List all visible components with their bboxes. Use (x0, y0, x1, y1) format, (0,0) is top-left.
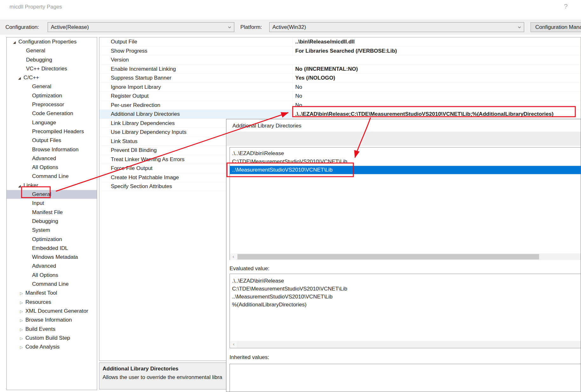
grid-row-additional-library-directories[interactable]: Additional Library Directories.\..\EZAD\… (99, 110, 581, 119)
tree-item-label: Preprocessor (32, 101, 64, 108)
directory-list-item[interactable]: .\..\EZAD\bin\Release (230, 149, 581, 158)
inherited-values-box[interactable] (230, 364, 581, 392)
tree-item-input[interactable]: Input (7, 199, 97, 208)
directory-list-item[interactable]: ..\MeasurementStudioVS2010\VCNET\Lib (230, 166, 581, 174)
collapsed-triangle-icon[interactable]: ▷ (20, 316, 25, 325)
tree-item-manifest-tool[interactable]: ▷Manifest Tool (7, 289, 97, 297)
tree-item-command-line[interactable]: Command Line (7, 172, 97, 181)
property-value[interactable]: For Libraries Searched (/VERBOSE:Lib) (292, 47, 581, 55)
tree-item-xml-document-generator[interactable]: ▷XML Document Generator (7, 307, 97, 316)
tree-item-resources[interactable]: ▷Resources (7, 298, 97, 307)
tree-item-manifest-file[interactable]: Manifest File (7, 208, 97, 217)
tree-item-general[interactable]: General (7, 82, 97, 91)
tree-item-optimization[interactable]: Optimization (7, 235, 97, 244)
scroll-left-icon[interactable]: ‹ (230, 253, 237, 260)
scroll-left-icon[interactable]: ‹ (230, 341, 237, 348)
tree-item-c-c[interactable]: ◢C/C++ (7, 73, 97, 82)
tree-item-label: C/C++ (23, 75, 39, 81)
directory-list-item[interactable]: C:\TDE\MeasurementStudioVS2010\VCNET\Lib (230, 158, 581, 166)
collapsed-triangle-icon[interactable]: ▷ (20, 343, 25, 352)
tree-item-advanced[interactable]: Advanced (7, 154, 97, 163)
configuration-value: Active(Release) (51, 23, 89, 32)
tree-item-label: Code Generation (32, 110, 73, 116)
property-value[interactable]: Yes (/NOLOGO) (292, 74, 581, 82)
collapsed-triangle-icon[interactable]: ▷ (20, 307, 25, 316)
configuration-dropdown[interactable]: Active(Release) (48, 22, 234, 32)
collapsed-triangle-icon[interactable]: ▷ (20, 334, 25, 343)
property-value[interactable]: No (/INCREMENTAL:NO) (292, 65, 581, 73)
grid-row-register-output[interactable]: Register OutputNo (99, 92, 581, 101)
tree-item-configuration-properties[interactable]: ◢Configuration Properties (7, 37, 97, 46)
configuration-manager-button[interactable]: Configuration Manage (531, 22, 581, 32)
tree-item-language[interactable]: Language (7, 118, 97, 127)
property-value[interactable]: No (292, 92, 581, 100)
tree-item-label: Input (32, 200, 44, 206)
grid-row-ignore-import-library[interactable]: Ignore Import LibraryNo (99, 83, 581, 92)
tree-item-label: Browse Information (25, 317, 72, 323)
expanded-triangle-icon[interactable]: ◢ (13, 38, 18, 47)
tree-item-debugging[interactable]: Debugging (7, 217, 97, 226)
grid-row-version[interactable]: Version (99, 56, 581, 65)
property-name: Specify Section Attributes (111, 182, 172, 191)
tree-item-preprocessor[interactable]: Preprocessor (7, 100, 97, 109)
tree-item-vc-directories[interactable]: VC++ Directories (7, 64, 97, 73)
grid-row-enable-incremental-linking[interactable]: Enable Incremental LinkingNo (/INCREMENT… (99, 65, 581, 74)
property-value[interactable]: .\..\EZAD\bin\Release;C:\TDE\Measurement… (292, 110, 581, 118)
property-value[interactable]: No (292, 83, 581, 91)
property-name: Show Progress (111, 47, 147, 55)
property-name: Output File (111, 37, 137, 46)
tree-item-output-files[interactable]: Output Files (7, 136, 97, 145)
tree-item-all-options[interactable]: All Options (7, 271, 97, 280)
grid-row-per-user-redirection[interactable]: Per-user RedirectionNo (99, 101, 581, 110)
grid-row-show-progress[interactable]: Show ProgressFor Libraries Searched (/VE… (99, 47, 581, 56)
tree-item-command-line[interactable]: Command Line (7, 280, 97, 289)
property-name: Use Library Dependency Inputs (111, 128, 186, 136)
property-value[interactable]: ..\bin\Release/micdll.dll (292, 37, 581, 46)
platform-dropdown[interactable]: Active(Win32) (269, 22, 524, 32)
tree-item-advanced[interactable]: Advanced (7, 262, 97, 271)
collapsed-triangle-icon[interactable]: ▷ (20, 298, 25, 307)
property-value[interactable]: No (292, 101, 581, 109)
tree-item-browse-information[interactable]: ▷Browse Information (7, 316, 97, 324)
tree-item-windows-metadata[interactable]: Windows Metadata (7, 253, 97, 262)
expanded-triangle-icon[interactable]: ◢ (18, 74, 23, 82)
property-name: Prevent Dll Binding (111, 146, 157, 154)
tree-item-build-events[interactable]: ▷Build Events (7, 325, 97, 334)
tree-item-browse-information[interactable]: Browse Information (7, 145, 97, 154)
collapsed-triangle-icon[interactable]: ▷ (20, 325, 25, 334)
scrollbar-thumb[interactable] (237, 254, 539, 259)
tree-item-code-analysis[interactable]: ▷Code Analysis (7, 343, 97, 351)
tree-item-precompiled-headers[interactable]: Precompiled Headers (7, 127, 97, 136)
expanded-triangle-icon[interactable]: ◢ (18, 181, 23, 190)
tree-item-optimization[interactable]: Optimization (7, 91, 97, 100)
tree-item-label: Precompiled Headers (32, 128, 84, 134)
evaluated-value-line: ..\MeasurementStudioVS2010\VCNET\Lib (232, 293, 581, 301)
tree-item-general[interactable]: General (7, 190, 97, 199)
tree-item-system[interactable]: System (7, 226, 97, 235)
evaluated-value-line: %(AdditionalLibraryDirectories) (232, 301, 581, 309)
tree-item-label: Manifest File (32, 209, 63, 215)
collapsed-triangle-icon[interactable]: ▷ (20, 289, 25, 298)
evaluated-value-box: .\..\EZAD\bin\ReleaseC:\TDE\MeasurementS… (230, 274, 581, 348)
tree-item-general[interactable]: General (7, 46, 97, 55)
grid-row-output-file[interactable]: Output File..\bin\Release/micdll.dll (99, 37, 581, 47)
tree-item-all-options[interactable]: All Options (7, 163, 97, 172)
tree-item-label: Windows Metadata (32, 254, 78, 260)
grid-row-suppress-startup-banner[interactable]: Suppress Startup BannerYes (/NOLOGO) (99, 74, 581, 83)
tree-item-embedded-idl[interactable]: Embedded IDL (7, 244, 97, 253)
tree-item-label: All Options (32, 272, 58, 278)
tree-item-code-generation[interactable]: Code Generation (7, 109, 97, 118)
tree-item-label: General (32, 191, 51, 197)
tree-item-label: Optimization (32, 93, 62, 99)
help-icon[interactable]: ? (560, 3, 571, 10)
evaluated-horizontal-scrollbar[interactable]: ‹ (230, 341, 581, 348)
list-horizontal-scrollbar[interactable]: ‹ (230, 253, 581, 260)
tree-item-debugging[interactable]: Debugging (7, 56, 97, 64)
tree-item-linker[interactable]: ◢Linker (7, 181, 97, 190)
property-pages-dialog: micdll Property Pages ? Configuration: A… (0, 0, 581, 392)
property-name: Version (111, 56, 129, 64)
tree-item-custom-build-step[interactable]: ▷Custom Build Step (7, 334, 97, 343)
tree-item-label: General (26, 48, 45, 54)
tree-item-label: Advanced (32, 263, 56, 269)
tree-item-label: Language (32, 120, 56, 126)
